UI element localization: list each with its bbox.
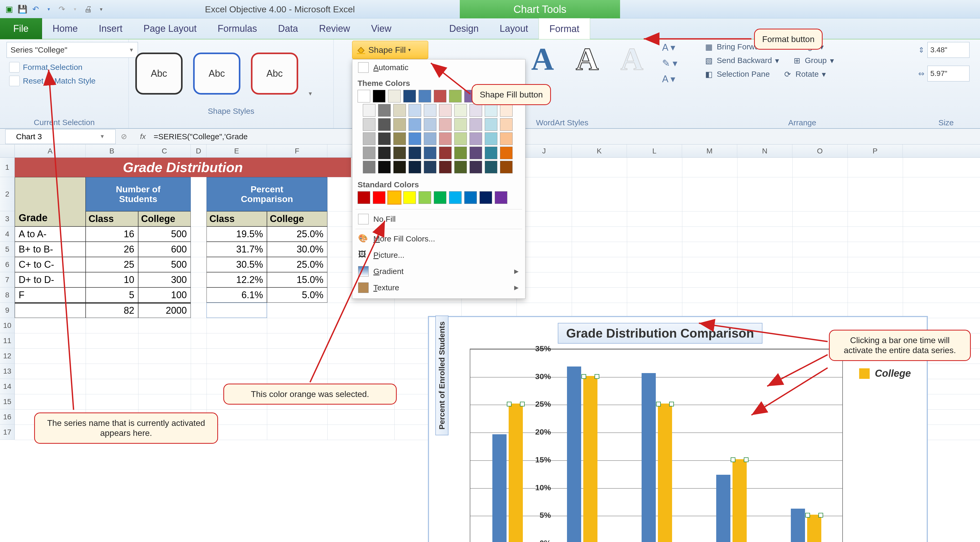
theme-tint-swatch[interactable] <box>469 132 482 145</box>
chart-bar-class[interactable] <box>791 509 805 542</box>
theme-tint-swatch[interactable] <box>424 104 436 117</box>
cell-ncoll[interactable]: 500 <box>138 226 191 242</box>
quick-print-icon[interactable]: 🖨 <box>83 4 93 14</box>
name-box-dropdown-icon[interactable]: ▼ <box>100 134 105 140</box>
theme-tint-swatch[interactable] <box>424 118 436 131</box>
cell-grade[interactable]: F <box>15 288 86 303</box>
tab-formulas[interactable]: Formulas <box>207 18 267 39</box>
chart-y-axis-label[interactable]: Percent of Enrolled Students <box>435 316 449 436</box>
col-header-M[interactable]: M <box>682 145 737 157</box>
row-header-11[interactable]: 11 <box>0 333 15 348</box>
send-backward-button[interactable]: ▧Send Backward ▾ <box>704 56 779 65</box>
chart-plot-area[interactable] <box>470 349 843 542</box>
selection-pane-button[interactable]: ◧Selection Pane <box>704 69 770 79</box>
theme-tint-swatch[interactable] <box>454 104 467 117</box>
wordart-preset-3[interactable]: A <box>615 42 649 76</box>
row-header-12[interactable]: 12 <box>0 348 15 364</box>
row-header-3[interactable]: 3 <box>0 211 15 226</box>
chart-bar-college[interactable] <box>732 459 747 542</box>
col-header-N[interactable]: N <box>737 145 792 157</box>
tab-design[interactable]: Design <box>439 18 489 39</box>
col-header-O[interactable]: O <box>792 145 848 157</box>
wordart-preset-1[interactable]: A <box>525 42 560 76</box>
theme-color-swatch[interactable] <box>388 90 401 102</box>
theme-tint-swatch[interactable] <box>485 146 497 159</box>
redo-dropdown-icon[interactable]: ▾ <box>70 4 80 14</box>
cell-pcoll[interactable]: 25.0% <box>267 257 328 272</box>
theme-tint-swatch[interactable] <box>485 104 497 117</box>
cell-grade[interactable]: B+ to B- <box>15 242 86 257</box>
menu-no-fill[interactable]: No Fill <box>352 211 525 227</box>
theme-tint-swatch[interactable] <box>363 118 375 131</box>
cell-pclass[interactable]: 12.2% <box>207 272 267 288</box>
cell-nclass[interactable]: 25 <box>86 257 138 272</box>
name-box[interactable]: Chart 3 ▼ <box>5 129 116 144</box>
qat-customize-icon[interactable]: ▾ <box>96 4 107 14</box>
theme-tint-swatch[interactable] <box>500 161 512 173</box>
cell-pcoll[interactable]: 5.0% <box>267 288 328 303</box>
theme-tint-swatch[interactable] <box>424 161 436 173</box>
col-header-D[interactable]: D <box>191 145 207 157</box>
col-header-L[interactable]: L <box>627 145 682 157</box>
theme-tint-swatch[interactable] <box>363 161 375 173</box>
wordart-preset-2[interactable]: A <box>570 42 604 76</box>
cell-pcoll[interactable]: 15.0% <box>267 272 328 288</box>
row-header-8[interactable]: 8 <box>0 288 15 303</box>
tab-insert[interactable]: Insert <box>88 18 133 39</box>
chart-element-selector[interactable]: Series "College" ▼ <box>6 42 138 58</box>
col-header-C[interactable]: C <box>138 145 191 157</box>
chart-title[interactable]: Grade Distribution Comparison <box>558 323 762 343</box>
standard-color-swatch[interactable] <box>464 191 477 204</box>
row-header-14[interactable]: 14 <box>0 379 15 394</box>
legend-item-college[interactable]: College <box>859 368 911 379</box>
menu-texture-fill[interactable]: Texture ▶ <box>352 280 525 296</box>
theme-tint-swatch[interactable] <box>439 104 452 117</box>
theme-tint-swatch[interactable] <box>500 132 512 145</box>
group-button[interactable]: ⊞Group ▾ <box>792 56 834 65</box>
chart-bar-college[interactable] <box>509 404 523 542</box>
standard-color-swatch[interactable] <box>495 191 508 204</box>
theme-tint-swatch[interactable] <box>393 146 406 159</box>
text-outline-icon[interactable]: ✎ ▾ <box>662 58 677 69</box>
theme-tint-swatch[interactable] <box>469 146 482 159</box>
cell-pclass[interactable]: 30.5% <box>207 257 267 272</box>
theme-color-swatch[interactable] <box>358 90 370 102</box>
shape-style-preset-black[interactable]: Abc <box>135 52 183 95</box>
row-header-17[interactable]: 17 <box>0 424 15 440</box>
menu-picture-fill[interactable]: 🖼 Picture... <box>352 247 525 263</box>
standard-color-swatch[interactable] <box>403 191 416 204</box>
standard-color-swatch[interactable] <box>479 191 492 204</box>
chart-bar-college[interactable] <box>807 515 821 542</box>
col-header-B[interactable]: B <box>86 145 138 157</box>
cell-pclass[interactable]: 19.5% <box>207 226 267 242</box>
theme-tint-swatch[interactable] <box>500 146 512 159</box>
shape-style-gallery-more-icon[interactable]: ▾ <box>309 90 312 97</box>
theme-tint-swatch[interactable] <box>378 132 391 145</box>
theme-tint-swatch[interactable] <box>393 132 406 145</box>
theme-tint-swatch[interactable] <box>409 132 421 145</box>
row-header-10[interactable]: 10 <box>0 318 15 333</box>
theme-tint-swatch[interactable] <box>469 161 482 173</box>
col-header-P[interactable]: P <box>848 145 903 157</box>
row-header-6[interactable]: 6 <box>0 257 15 272</box>
theme-tint-swatch[interactable] <box>454 146 467 159</box>
chart-bar-class[interactable] <box>641 373 656 542</box>
theme-tint-swatch[interactable] <box>500 118 512 131</box>
standard-color-swatch[interactable] <box>358 191 370 204</box>
theme-tint-swatch[interactable] <box>439 132 452 145</box>
redo-icon[interactable]: ↷ <box>56 4 67 14</box>
cell-pcoll[interactable]: 25.0% <box>267 226 328 242</box>
cell-pcoll[interactable]: 30.0% <box>267 242 328 257</box>
tab-layout[interactable]: Layout <box>489 18 539 39</box>
cell-grade[interactable]: A to A- <box>15 226 86 242</box>
tab-format[interactable]: Format <box>539 18 590 39</box>
text-fill-icon[interactable]: A ▾ <box>662 42 677 53</box>
col-header-A[interactable]: A <box>15 145 86 157</box>
theme-tint-swatch[interactable] <box>469 104 482 117</box>
cell-ncoll[interactable]: 300 <box>138 272 191 288</box>
shape-width-input[interactable]: 5.97" <box>928 66 969 81</box>
standard-color-swatch[interactable] <box>434 191 446 204</box>
menu-gradient-fill[interactable]: Gradient ▶ <box>352 263 525 280</box>
rotate-button[interactable]: ⟳Rotate ▾ <box>783 69 826 79</box>
chart-bar-class[interactable] <box>716 475 730 542</box>
